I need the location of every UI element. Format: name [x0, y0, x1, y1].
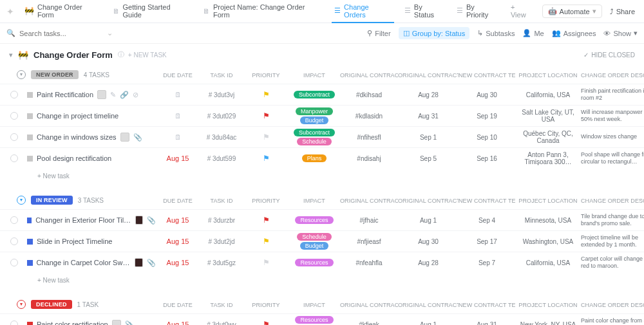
construction-icon: 🚧: [18, 50, 28, 60]
priority-flag[interactable]: ⚑: [263, 216, 270, 225]
task-group: ▾ NEW ORDER 4 TASKS DUE DATE TASK ID PRI…: [0, 66, 644, 183]
automate-button[interactable]: 🤖 Automate ▾: [542, 5, 602, 18]
priority-flag[interactable]: ⚑: [263, 111, 270, 120]
project-location: Salt Lake City, UT, USA: [515, 109, 581, 123]
project-location: Minnesota, USA: [515, 217, 581, 224]
tab-getting-started[interactable]: 🗎 Getting Started Guide: [110, 0, 193, 23]
task-row[interactable]: Slide in Project Timeline Aug 15 # 3dut2…: [0, 230, 644, 252]
project-location: New York, NY, USA: [515, 321, 581, 326]
due-date: Aug 15: [167, 216, 189, 224]
impact-tag: Manpower: [296, 107, 333, 115]
tab-by-priority[interactable]: ☰ By Priority: [454, 0, 500, 23]
assignees-button[interactable]: 👥Assignees: [552, 29, 596, 37]
priority-flag[interactable]: ⚑: [263, 154, 270, 163]
complete-toggle[interactable]: [10, 154, 18, 162]
priority-flag[interactable]: ⚑: [263, 320, 270, 325]
tab-label: Change Order Form: [37, 3, 100, 19]
collapse-caret[interactable]: ▾: [9, 51, 13, 59]
complete-toggle[interactable]: [10, 259, 18, 266]
task-name: Paint color rectification: [37, 320, 108, 325]
edit-icon[interactable]: ✎: [110, 91, 116, 99]
original-contract-id: #kdlasidn: [340, 113, 398, 120]
tab-by-status[interactable]: ☰ By Status: [402, 0, 446, 23]
group-collapse-icon[interactable]: ▾: [17, 196, 26, 205]
add-view-button[interactable]: + View: [508, 0, 535, 23]
list-icon: ☰: [334, 6, 341, 15]
impact-tag: Schedule: [297, 138, 332, 145]
new-task-button[interactable]: + New task: [0, 169, 644, 183]
complete-toggle[interactable]: [10, 133, 18, 141]
new-task-button[interactable]: + New task: [0, 273, 644, 288]
complete-toggle[interactable]: [10, 91, 18, 98]
priority-flag[interactable]: ⚑: [263, 90, 270, 99]
thumbnail: [112, 320, 121, 325]
complete-toggle[interactable]: [10, 216, 18, 224]
due-date: Aug 15: [167, 259, 189, 266]
subtasks-button[interactable]: ↳Subtasks: [477, 29, 515, 37]
task-row[interactable]: Change in project timeline 🗓 # 3dut029 ⚑…: [0, 105, 644, 126]
new-task-link[interactable]: + NEW TASK: [128, 51, 167, 59]
new-contract-term: Sep 19: [459, 113, 515, 120]
task-row[interactable]: Paint color rectification 📎 Aug 15 # 3du…: [0, 313, 644, 325]
new-contract-term: Aug 30: [459, 91, 515, 98]
calendar-icon[interactable]: 🗓: [175, 112, 182, 120]
attachment-icon[interactable]: 📎: [147, 216, 156, 225]
filter-button[interactable]: ⚲Filter: [367, 29, 390, 37]
task-row[interactable]: Changer in Exterior Floor Tiles Swatch 📎…: [0, 209, 644, 230]
task-row[interactable]: Pool design rectification Aug 15 # 3dut5…: [0, 147, 644, 169]
task-id: # 3dut2jd: [200, 238, 243, 245]
task-id: # 3dut599: [200, 155, 243, 162]
page-title-row: ▾ 🚧 Change Order Form ⓘ + NEW TASK ✓ HID…: [0, 44, 644, 66]
tab-project-name[interactable]: 🗎 Project Name: Change Order Form: [200, 0, 324, 23]
show-button[interactable]: 👁Show▾: [603, 29, 638, 37]
tab-change-order-form[interactable]: 🚧 Change Order Form: [22, 0, 102, 23]
group-collapse-icon[interactable]: ▾: [17, 300, 26, 309]
attachment-icon[interactable]: 📎: [125, 320, 134, 326]
task-name: Changer in Exterior Floor Tiles Swatch: [35, 216, 131, 224]
attachment-icon[interactable]: 📎: [147, 259, 156, 267]
status-pill[interactable]: NEW ORDER: [31, 70, 79, 79]
user-icon: 👤: [522, 29, 531, 37]
complete-toggle[interactable]: [10, 237, 18, 245]
link-icon[interactable]: 🔗: [120, 91, 129, 99]
priority-flag[interactable]: ⚑: [263, 258, 270, 267]
me-button[interactable]: 👤Me: [522, 29, 544, 37]
search-input[interactable]: [19, 30, 77, 37]
change-description: Finish paint rectification in room #2: [581, 88, 644, 102]
task-row[interactable]: Change in Carpet Color Swatch 📎 Aug 15 #…: [0, 252, 644, 273]
task-row[interactable]: Paint Rectification ✎🔗⊘ 🗓 # 3dut3vj ⚑ Su…: [0, 84, 644, 105]
due-date: Aug 15: [167, 237, 189, 245]
search-field[interactable]: 🔍 ⌄: [6, 29, 113, 37]
status-square: [27, 260, 33, 266]
calendar-icon[interactable]: 🗓: [175, 91, 182, 98]
info-icon[interactable]: ⓘ: [118, 50, 124, 59]
tag-icon[interactable]: ⊘: [133, 91, 138, 99]
hide-closed-toggle[interactable]: ✓ HIDE CLOSED: [583, 51, 635, 59]
tab-bar: ✦ 🚧 Change Order Form 🗎 Getting Started …: [0, 0, 644, 23]
tab-label: Project Name: Change Order Form: [213, 3, 321, 19]
priority-flag[interactable]: ⚑: [263, 133, 270, 142]
tab-change-orders[interactable]: ☰ Change Orders: [332, 0, 394, 23]
task-name: Change in Carpet Color Swatch: [37, 259, 131, 266]
group-header: ▾ IN REVIEW 3 TASKS: [0, 191, 644, 209]
calendar-icon[interactable]: 🗓: [175, 133, 182, 141]
task-group: ▾ IN REVIEW 3 TASKS DUE DATE TASK ID PRI…: [0, 191, 644, 288]
task-id: # 3dut5gz: [200, 259, 243, 266]
priority-flag[interactable]: ⚑: [263, 237, 270, 246]
status-pill[interactable]: DECLINED: [31, 300, 72, 309]
status-pill[interactable]: IN REVIEW: [31, 196, 73, 205]
task-name: Change in windows sizes: [37, 133, 117, 141]
chevron-down-icon[interactable]: ⌄: [107, 29, 113, 37]
project-location: California, USA: [515, 91, 581, 98]
group-collapse-icon[interactable]: ▾: [17, 70, 26, 79]
status-square: [27, 218, 32, 223]
original-contract-id: #kfieak: [340, 321, 398, 326]
task-row[interactable]: Change in windows sizes 📎 🗓 # 3du84ac ⚑ …: [0, 126, 644, 147]
group-by-button[interactable]: ◫Group by: Status: [399, 27, 470, 39]
complete-toggle[interactable]: [10, 320, 18, 325]
impact-cell: Subcontract: [289, 91, 340, 98]
attachment-icon[interactable]: 📎: [133, 133, 142, 142]
share-button[interactable]: ⤴ Share: [607, 6, 638, 17]
tab-label: Change Orders: [344, 3, 392, 19]
complete-toggle[interactable]: [10, 112, 18, 120]
